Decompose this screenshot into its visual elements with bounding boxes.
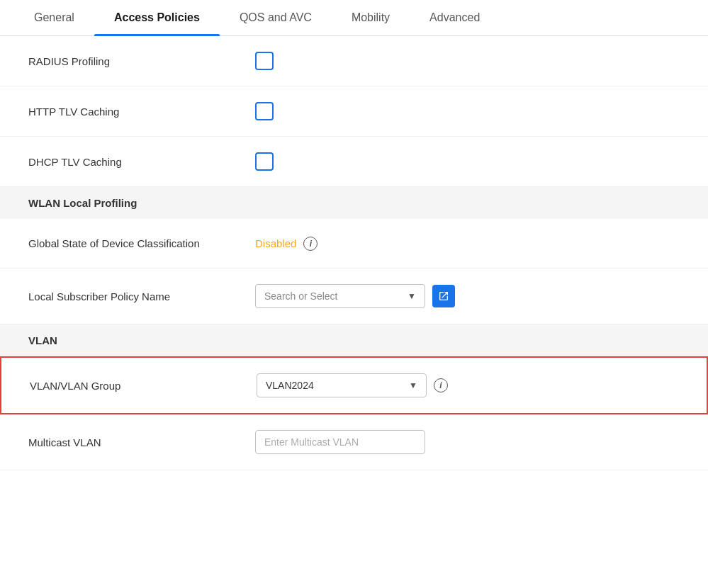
multicast-vlan-control — [255, 430, 680, 454]
tab-mobility[interactable]: Mobility — [332, 0, 410, 35]
global-state-control: Disabled i — [255, 237, 680, 251]
http-tlv-caching-label: HTTP TLV Caching — [28, 104, 255, 119]
vlan-section-header: VLAN — [0, 324, 708, 356]
radius-profiling-label: RADIUS Profiling — [28, 54, 255, 69]
vlan-group-value: VLAN2024 — [266, 380, 314, 391]
dhcp-tlv-caching-row: DHCP TLV Caching — [0, 137, 708, 187]
dhcp-tlv-caching-checkbox[interactable] — [255, 152, 274, 171]
http-tlv-caching-control — [255, 102, 680, 120]
vlan-group-select[interactable]: VLAN2024 ▼ — [257, 373, 427, 397]
radius-profiling-control — [255, 52, 680, 70]
tab-advanced[interactable]: Advanced — [410, 0, 500, 35]
wlan-local-profiling-section-header: WLAN Local Profiling — [0, 187, 708, 219]
local-subscriber-policy-row: Local Subscriber Policy Name Search or S… — [0, 268, 708, 324]
vlan-group-row: VLAN/VLAN Group VLAN2024 ▼ i — [1, 358, 707, 413]
vlan-group-dropdown-arrow: ▼ — [409, 380, 417, 390]
http-tlv-caching-checkbox[interactable] — [255, 102, 274, 120]
local-subscriber-policy-label: Local Subscriber Policy Name — [28, 289, 255, 304]
multicast-vlan-input[interactable] — [255, 430, 425, 454]
external-link-icon — [438, 290, 449, 302]
local-subscriber-policy-control: Search or Select ▼ — [255, 284, 680, 308]
content-area: RADIUS Profiling HTTP TLV Caching DHCP T… — [0, 36, 708, 470]
dhcp-tlv-caching-label: DHCP TLV Caching — [28, 154, 255, 169]
http-tlv-caching-row: HTTP TLV Caching — [0, 86, 708, 137]
tab-navigation: General Access Policies QOS and AVC Mobi… — [0, 0, 708, 36]
radius-profiling-row: RADIUS Profiling — [0, 36, 708, 86]
dhcp-tlv-caching-control — [255, 152, 680, 171]
global-state-label: Global State of Device Classification — [28, 236, 255, 251]
global-state-row: Global State of Device Classification Di… — [0, 219, 708, 268]
local-subscriber-policy-dropdown-arrow: ▼ — [408, 291, 416, 301]
global-state-status: Disabled — [255, 237, 296, 249]
local-subscriber-policy-select[interactable]: Search or Select ▼ — [255, 284, 425, 308]
tab-general[interactable]: General — [14, 0, 94, 35]
tab-access-policies[interactable]: Access Policies — [94, 0, 220, 35]
radius-profiling-checkbox[interactable] — [255, 52, 274, 70]
global-state-info-icon[interactable]: i — [303, 237, 318, 251]
local-subscriber-policy-external-link[interactable] — [432, 285, 455, 307]
vlan-group-label: VLAN/VLAN Group — [30, 378, 257, 393]
vlan-group-info-icon[interactable]: i — [434, 378, 448, 392]
local-subscriber-policy-placeholder: Search or Select — [264, 290, 338, 302]
tab-qos-avc[interactable]: QOS and AVC — [220, 0, 332, 35]
multicast-vlan-label: Multicast VLAN — [28, 435, 255, 450]
multicast-vlan-row: Multicast VLAN — [0, 414, 708, 470]
vlan-group-control: VLAN2024 ▼ i — [257, 373, 678, 397]
vlan-group-highlighted-wrapper: VLAN/VLAN Group VLAN2024 ▼ i — [0, 356, 708, 414]
